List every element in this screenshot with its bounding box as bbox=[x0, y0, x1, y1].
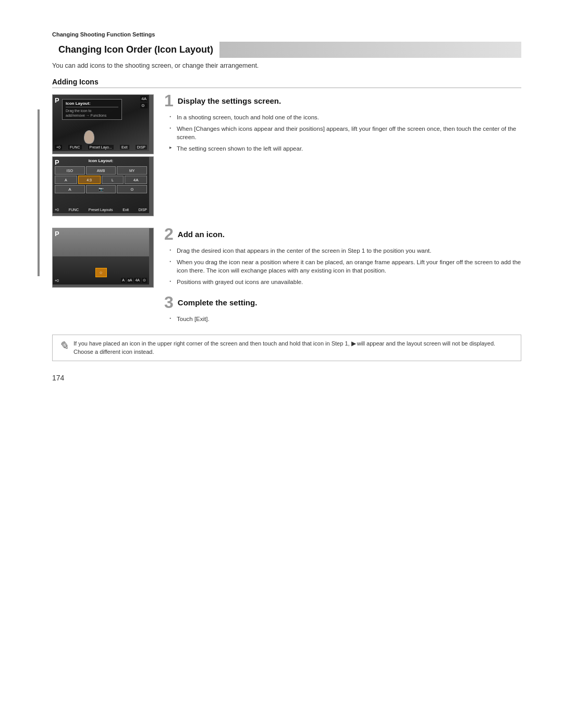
icon-cell-iso: ISO bbox=[55, 166, 85, 175]
subtitle: You can add icons to the shooting screen… bbox=[52, 62, 521, 69]
step-2-bullet-3: Positions with grayed out icons are unav… bbox=[169, 278, 521, 287]
cam-icon-2: ⊙ bbox=[140, 103, 148, 108]
cam2-row3: A 📷 ⊙ bbox=[55, 185, 147, 193]
cam-screen-3: P +0 A aA 4A ⊙ ☆ bbox=[53, 228, 149, 285]
icon-cell-a2: A bbox=[55, 185, 85, 193]
step-3-title: Complete the setting. bbox=[178, 296, 258, 307]
step-2-header: 2 Add an icon. bbox=[164, 228, 521, 242]
cam2-bottom-0: +0 bbox=[55, 208, 59, 212]
step-1-bullet-3: The setting screen shown to the left wil… bbox=[169, 144, 521, 153]
page-number: 174 bbox=[52, 374, 521, 382]
note-box: ✎ If you have placed an icon in the uppe… bbox=[52, 335, 521, 361]
step-1-number: 1 bbox=[164, 92, 174, 109]
cam3-p: P bbox=[55, 230, 59, 238]
left-bar-decoration bbox=[38, 109, 40, 276]
step-3-header: 3 Complete the setting. bbox=[164, 296, 521, 311]
cam-bottom-disp: DISP bbox=[136, 145, 147, 150]
step-2-bullet-1: Drag the desired icon that appears in th… bbox=[169, 246, 521, 255]
step-2-title: Add an icon. bbox=[178, 228, 225, 239]
step-1-bullet-2: When [Changes which icons appear and the… bbox=[169, 125, 521, 142]
cam2-bottom-disp: DISP bbox=[139, 208, 147, 212]
step-3-block: 3 Complete the setting. Touch [Exit]. bbox=[52, 296, 521, 326]
cam2-bottom-exit: Exit bbox=[123, 208, 129, 212]
cam3-icon-2: aA bbox=[127, 278, 133, 283]
step-2-images: P +0 A aA 4A ⊙ ☆ bbox=[52, 228, 154, 290]
icon-cell-a: A bbox=[55, 176, 77, 184]
icon-cell-43: 4:3 bbox=[78, 176, 101, 184]
cam3-bottom: +0 A aA 4A ⊙ bbox=[53, 278, 149, 283]
cam-screen-1: P 4A ⊙ Icon Layout: Drag the icon to add… bbox=[53, 95, 149, 151]
cam-bottom-0: +0 bbox=[55, 145, 62, 150]
step-1-bullet-1: In a shooting screen, touch and hold one… bbox=[169, 113, 521, 122]
step-2-block: P +0 A aA 4A ⊙ ☆ bbox=[52, 228, 521, 290]
cam-menu-title: Icon Layout: bbox=[66, 101, 118, 107]
step-1-image-1: P 4A ⊙ Icon Layout: Drag the icon to add… bbox=[52, 94, 154, 154]
step-2-number: 2 bbox=[164, 226, 174, 242]
cam3-icon-3: 4A bbox=[134, 278, 141, 283]
step-1-content: 1 Display the settings screen. In a shoo… bbox=[164, 94, 521, 156]
cam-menu-item-drag: Drag the icon to bbox=[66, 108, 118, 113]
step-3-content: 3 Complete the setting. Touch [Exit]. bbox=[164, 296, 521, 326]
cam-bottom-bar-1: +0 FUNC Preset Layo... Exit DISP bbox=[53, 145, 149, 150]
step-3-number: 3 bbox=[164, 294, 174, 311]
note-text: If you have placed an icon in the upper … bbox=[74, 339, 515, 356]
icon-cell-my: MY bbox=[117, 166, 147, 175]
cam3-icon-4: ⊙ bbox=[142, 278, 147, 283]
note-pencil-icon: ✎ bbox=[59, 339, 68, 353]
step-3-bullets: Touch [Exit]. bbox=[169, 315, 521, 324]
cam2-title: Icon Layout: bbox=[53, 158, 149, 163]
step-1-header: 1 Display the settings screen. bbox=[164, 94, 521, 109]
top-label: Changing Shooting Function Settings bbox=[52, 31, 521, 38]
icon-cell-sq: ⊙ bbox=[117, 185, 147, 193]
subsection-title-adding: Adding Icons bbox=[52, 78, 521, 88]
cam3-bottom-icons: A aA 4A ⊙ bbox=[121, 278, 147, 283]
step-1-bullets: In a shooting screen, touch and hold one… bbox=[169, 113, 521, 153]
cam2-icon-grid: ISO AWB MY A 4:3 L 4A A 📷 bbox=[55, 166, 147, 193]
step-1-image-2: P Icon Layout: ISO AWB MY A 4:3 L bbox=[52, 156, 154, 216]
cam-icon-1: 4A bbox=[140, 96, 148, 102]
cam-bottom-exit: Exit bbox=[120, 145, 129, 150]
dragging-icon: ☆ bbox=[95, 268, 107, 277]
cam2-row1: ISO AWB MY bbox=[55, 166, 147, 175]
cam-screen-2: P Icon Layout: ISO AWB MY A 4:3 L bbox=[53, 157, 149, 213]
cam3-icon-1: A bbox=[121, 278, 126, 283]
cam-menu-item-add: add/remove → Functions bbox=[66, 113, 118, 118]
icon-cell-4a: 4A bbox=[125, 176, 147, 184]
step-3-bullet-1: Touch [Exit]. bbox=[169, 315, 521, 324]
page: Changing Shooting Function Settings Chan… bbox=[0, 0, 563, 728]
cam-bottom-preset: Preset Layo... bbox=[88, 145, 114, 150]
icon-cell-cam: 📷 bbox=[86, 185, 116, 193]
step-2-image: P +0 A aA 4A ⊙ ☆ bbox=[52, 228, 154, 288]
cam3-top-left: P bbox=[55, 230, 59, 238]
step-1-images: P 4A ⊙ Icon Layout: Drag the icon to add… bbox=[52, 94, 154, 218]
cam-p-label: P bbox=[55, 96, 59, 104]
sky-area bbox=[53, 228, 149, 256]
cam-finger bbox=[84, 130, 94, 144]
cam-right-icons: 4A ⊙ bbox=[140, 96, 148, 108]
section-title-wrapper: Changing Icon Order (Icon Layout) bbox=[52, 42, 521, 58]
section-title: Changing Icon Order (Icon Layout) bbox=[52, 42, 219, 58]
step-1-block: P 4A ⊙ Icon Layout: Drag the icon to add… bbox=[52, 94, 521, 218]
cam2-bottom: +0 FUNC Preset Layouts Exit DISP bbox=[53, 208, 149, 212]
cam-menu: Icon Layout: Drag the icon to add/remove… bbox=[62, 99, 122, 120]
cam2-row2: A 4:3 L 4A bbox=[55, 176, 147, 184]
step-2-bullets: Drag the desired icon that appears in th… bbox=[169, 246, 521, 287]
cam-bottom-func: FUNC bbox=[68, 145, 81, 150]
step-2-bullet-2: When you drag the icon near a position w… bbox=[169, 258, 521, 275]
icon-cell-l: L bbox=[102, 176, 124, 184]
cam2-bottom-preset: Preset Layouts bbox=[89, 208, 113, 212]
step-1-title: Display the settings screen. bbox=[178, 94, 281, 105]
cam3-b1: +0 bbox=[55, 279, 59, 282]
cam2-bottom-func: FUNC bbox=[69, 208, 79, 212]
step-2-content: 2 Add an icon. Drag the desired icon tha… bbox=[164, 228, 521, 289]
icon-cell-awb: AWB bbox=[86, 166, 116, 175]
